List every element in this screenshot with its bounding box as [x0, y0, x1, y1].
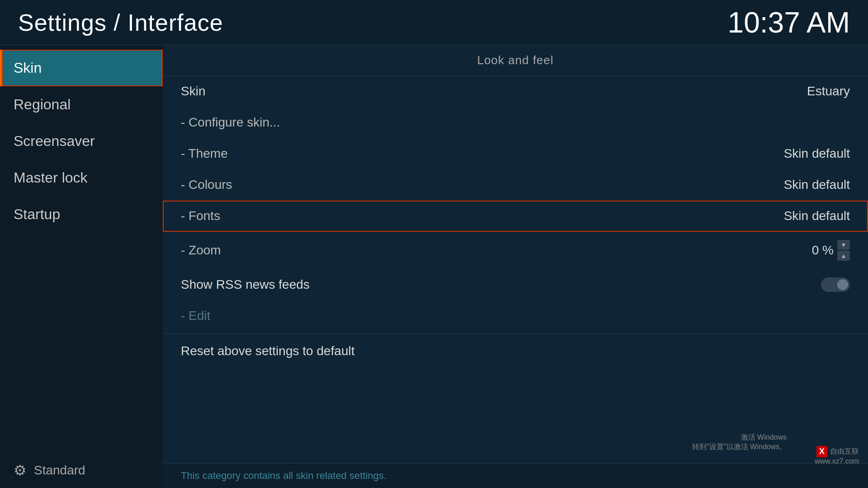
content-area: Look and feel Skin Estuary - Configure s…	[163, 45, 868, 488]
rss-toggle[interactable]	[821, 277, 850, 292]
setting-row-edit: - Edit	[163, 300, 868, 332]
content-footer: This category contains all skin related …	[163, 463, 868, 488]
zoom-controls: 0 % ▼ ▲	[811, 240, 850, 261]
setting-row-reset[interactable]: Reset above settings to default	[163, 336, 868, 367]
sidebar: Skin Regional Screensaver Master lock St…	[0, 45, 163, 488]
setting-value-fonts: Skin default	[784, 209, 850, 223]
sidebar-item-label-startup: Startup	[14, 206, 60, 222]
settings-level-label: Standard	[34, 463, 85, 478]
setting-label-skin: Skin	[181, 84, 205, 99]
setting-label-colours: - Colours	[181, 178, 232, 192]
setting-label-theme: - Theme	[181, 146, 228, 161]
clock: 10:37 AM	[728, 6, 850, 39]
win-activation-line2: 转到"设置"以激活 Windows。	[692, 442, 787, 452]
zoom-up-arrow[interactable]: ▲	[837, 251, 850, 261]
sidebar-item-label-regional: Regional	[14, 96, 71, 113]
zoom-value: 0 %	[811, 243, 834, 258]
x-logo: X	[816, 446, 827, 457]
sidebar-item-label-skin: Skin	[14, 60, 42, 76]
footer-hint: This category contains all skin related …	[181, 470, 387, 481]
setting-row-theme[interactable]: - Theme Skin default	[163, 138, 868, 169]
sidebar-item-label-master-lock: Master lock	[14, 169, 88, 186]
sidebar-item-regional[interactable]: Regional	[0, 86, 163, 123]
setting-row-zoom[interactable]: - Zoom 0 % ▼ ▲	[163, 232, 868, 269]
setting-label-reset: Reset above settings to default	[181, 344, 354, 358]
setting-label-edit: - Edit	[181, 309, 210, 323]
page-title: Settings / Interface	[18, 9, 223, 36]
watermark-site: www.xz7.com	[815, 457, 859, 465]
watermark: X 自由互联 www.xz7.com	[815, 446, 859, 465]
setting-value-theme: Skin default	[784, 146, 850, 161]
setting-row-skin[interactable]: Skin Estuary	[163, 76, 868, 107]
watermark-text: 自由互联	[830, 447, 859, 456]
setting-label-fonts: - Fonts	[181, 209, 220, 223]
setting-label-rss: Show RSS news feeds	[181, 277, 310, 292]
watermark-logo: X 自由互联	[815, 446, 859, 457]
divider	[163, 333, 868, 334]
setting-value-skin: Estuary	[807, 84, 850, 99]
sidebar-item-skin[interactable]: Skin	[0, 50, 163, 86]
setting-row-rss[interactable]: Show RSS news feeds	[163, 269, 868, 300]
main-layout: Skin Regional Screensaver Master lock St…	[0, 45, 868, 488]
gear-icon: ⚙	[14, 462, 27, 479]
windows-activation: 激活 Windows 转到"设置"以激活 Windows。	[692, 433, 787, 452]
section-header: Look and feel	[163, 45, 868, 76]
sidebar-item-master-lock[interactable]: Master lock	[0, 160, 163, 196]
settings-list: Skin Estuary - Configure skin... - Theme…	[163, 76, 868, 463]
setting-value-colours: Skin default	[784, 178, 850, 192]
header: Settings / Interface 10:37 AM	[0, 0, 868, 45]
zoom-arrows: ▼ ▲	[837, 240, 850, 261]
toggle-knob	[837, 279, 848, 290]
setting-row-colours[interactable]: - Colours Skin default	[163, 169, 868, 201]
setting-label-configure-skin: - Configure skin...	[181, 115, 280, 130]
win-activation-line1: 激活 Windows	[692, 433, 787, 442]
settings-level[interactable]: ⚙ Standard	[0, 453, 163, 488]
setting-label-zoom: - Zoom	[181, 243, 221, 258]
setting-row-fonts[interactable]: - Fonts Skin default	[163, 201, 868, 232]
sidebar-item-label-screensaver: Screensaver	[14, 133, 95, 149]
sidebar-item-screensaver[interactable]: Screensaver	[0, 123, 163, 160]
setting-row-configure-skin[interactable]: - Configure skin...	[163, 107, 868, 138]
sidebar-item-startup[interactable]: Startup	[0, 196, 163, 233]
zoom-down-arrow[interactable]: ▼	[837, 240, 850, 250]
